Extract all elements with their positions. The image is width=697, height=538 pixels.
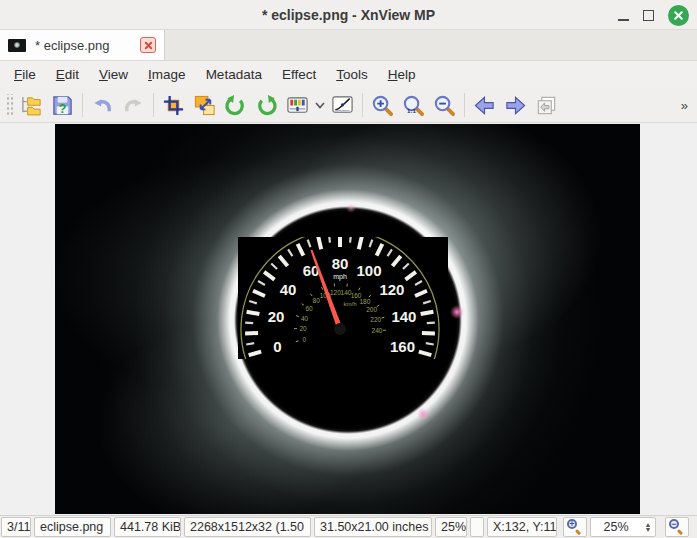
status-segment-5: 25% xyxy=(435,517,467,537)
status-bar: 3/11eclipse.png441.78 KiB2268x1512x32 (1… xyxy=(0,515,697,538)
zoom-one-to-one-icon: 1:1 xyxy=(402,94,425,117)
next-image-button[interactable] xyxy=(500,90,531,120)
status-segment-1: eclipse.png xyxy=(34,517,111,537)
redo-icon xyxy=(122,94,145,117)
svg-text:60: 60 xyxy=(305,305,313,312)
xnview-window: * eclipse.png - XnView MP * eclipse.png … xyxy=(0,0,697,538)
tab-strip: * eclipse.png xyxy=(0,30,697,61)
svg-text:km/h: km/h xyxy=(343,301,356,307)
toolbar-separator xyxy=(153,93,154,117)
menu-file[interactable]: File xyxy=(4,63,46,86)
title-bar: * eclipse.png - XnView MP xyxy=(0,0,697,30)
minimize-icon[interactable] xyxy=(618,10,629,21)
zoom-original-button[interactable]: 1:1 xyxy=(398,90,429,120)
tab-eclipse[interactable]: * eclipse.png xyxy=(0,30,165,60)
svg-text:40: 40 xyxy=(280,281,297,298)
rotate-cw-button[interactable] xyxy=(251,90,282,120)
zoom-level-value: 25% xyxy=(591,520,641,534)
tab-thumbnail-icon xyxy=(8,39,26,52)
curves-button[interactable] xyxy=(327,90,358,120)
svg-text:?: ? xyxy=(59,102,67,116)
svg-text:1:1: 1:1 xyxy=(407,106,417,113)
crop-button[interactable] xyxy=(158,90,189,120)
zoom-in-icon: + xyxy=(567,519,583,535)
svg-text:0: 0 xyxy=(303,336,307,343)
svg-text:240: 240 xyxy=(372,327,383,334)
toolbar-separator xyxy=(82,93,83,117)
menu-view[interactable]: View xyxy=(89,63,138,86)
toolbar: ? xyxy=(0,88,697,123)
eclipse-image[interactable]: 020406080100120140160mph0204060801001201… xyxy=(55,124,640,514)
save-icon: ? xyxy=(51,94,74,117)
svg-text:200: 200 xyxy=(366,306,377,313)
spinbox-arrows[interactable]: ▲▼ xyxy=(641,522,655,532)
svg-text:80: 80 xyxy=(332,255,349,272)
svg-text:100: 100 xyxy=(356,262,381,279)
adjust-colors-icon xyxy=(286,94,309,117)
back-to-browser-button[interactable] xyxy=(531,90,562,120)
menu-metadata[interactable]: Metadata xyxy=(196,63,272,86)
svg-text:120: 120 xyxy=(330,289,341,296)
browser-back-icon xyxy=(535,94,558,117)
status-segment-2: 441.78 KiB xyxy=(114,517,181,537)
svg-text:180: 180 xyxy=(359,298,370,305)
statusbar-zoom-in-button[interactable]: + xyxy=(563,517,587,537)
svg-text:160: 160 xyxy=(390,338,415,355)
resize-button[interactable] xyxy=(189,90,220,120)
svg-text:mph: mph xyxy=(333,273,347,281)
zoom-out-icon: − xyxy=(669,519,685,535)
zoom-level-spinbox[interactable]: 25% ▲▼ xyxy=(590,517,656,537)
menu-tools[interactable]: Tools xyxy=(326,63,378,86)
status-segment-7: X:132, Y:11 xyxy=(487,517,557,537)
menu-effect[interactable]: Effect xyxy=(272,63,326,86)
previous-image-button[interactable] xyxy=(469,90,500,120)
crop-icon xyxy=(162,94,185,117)
zoom-out-icon xyxy=(433,94,456,117)
curves-icon xyxy=(331,94,354,117)
menu-image[interactable]: Image xyxy=(138,63,196,86)
menu-edit[interactable]: Edit xyxy=(46,63,89,86)
status-segment-3: 2268x1512x32 (1.50 xyxy=(184,517,311,537)
rotate-cw-icon xyxy=(255,94,278,117)
status-segment-6 xyxy=(470,517,484,537)
statusbar-zoom-out-button[interactable]: − xyxy=(665,517,689,537)
toolbar-separator xyxy=(362,93,363,117)
arrow-left-icon xyxy=(473,94,496,117)
toolbar-separator xyxy=(464,93,465,117)
svg-text:20: 20 xyxy=(268,308,285,325)
undo-button[interactable] xyxy=(87,90,118,120)
speedometer-overlay: 020406080100120140160mph0204060801001201… xyxy=(238,237,448,359)
save-button[interactable]: ? xyxy=(47,90,78,120)
zoom-in-icon xyxy=(371,94,394,117)
window-title: * eclipse.png - XnView MP xyxy=(262,7,435,23)
zoom-out-button[interactable] xyxy=(429,90,460,120)
toolbar-overflow-button[interactable]: » xyxy=(681,98,687,113)
adjust-colors-button[interactable] xyxy=(282,90,313,120)
toolbar-drag-handle[interactable] xyxy=(5,94,13,116)
arrow-right-icon xyxy=(504,94,527,117)
menu-bar: FileEditViewImageMetadataEffectToolsHelp xyxy=(0,61,697,88)
zoom-in-button[interactable] xyxy=(367,90,398,120)
resize-icon xyxy=(193,94,216,117)
undo-icon xyxy=(91,94,114,117)
menu-help[interactable]: Help xyxy=(378,63,426,86)
svg-text:120: 120 xyxy=(379,281,404,298)
maximize-icon[interactable] xyxy=(643,10,654,21)
svg-text:20: 20 xyxy=(299,325,307,332)
svg-text:40: 40 xyxy=(301,315,309,322)
status-segment-0: 3/11 xyxy=(1,517,31,537)
adjust-colors-dropdown-chevron-icon[interactable] xyxy=(313,90,327,120)
window-controls xyxy=(618,0,689,30)
browser-button[interactable] xyxy=(16,90,47,120)
close-icon[interactable] xyxy=(668,5,689,26)
rotate-ccw-button[interactable] xyxy=(220,90,251,120)
status-segment-4: 31.50x21.00 inches xyxy=(314,517,432,537)
redo-button[interactable] xyxy=(118,90,149,120)
svg-text:140: 140 xyxy=(391,308,416,325)
folder-tree-icon xyxy=(20,94,43,117)
viewer-canvas: 020406080100120140160mph0204060801001201… xyxy=(0,123,697,515)
rotate-ccw-icon xyxy=(224,94,247,117)
tab-label: * eclipse.png xyxy=(35,38,131,53)
svg-text:220: 220 xyxy=(370,316,381,323)
tab-close-icon[interactable] xyxy=(140,37,156,53)
